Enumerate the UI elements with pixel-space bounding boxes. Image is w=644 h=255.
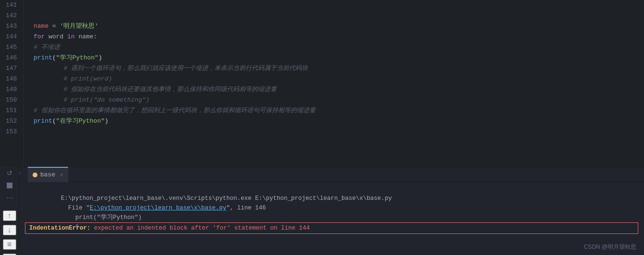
scroll-up-button[interactable]: ↑	[3, 210, 16, 221]
list-button[interactable]: ≡	[3, 239, 16, 250]
tab-label: base	[40, 171, 55, 178]
code-line-141	[34, 0, 634, 11]
stop-icon	[7, 183, 12, 188]
tabs-bar: 运行 base ×	[0, 167, 644, 182]
code-line-144: for word in name:	[34, 32, 634, 42]
output-section: E:\python_project\learn_base\.venv\Scrip…	[19, 182, 644, 255]
code-line-151: # 假如你在循环里面的事情都做完了，想回到上一级代码块，那么你就和循环语句可保持…	[34, 105, 634, 116]
error-type: IndentationError:	[29, 223, 91, 233]
code-line-143: name = '明月望秋思'	[34, 21, 634, 32]
tab-close-icon[interactable]: ×	[60, 172, 63, 178]
code-editor: 141 142 143 144 145 146 147 148 149 150 …	[0, 0, 644, 166]
code-line-153	[34, 127, 634, 137]
error-message: expected an indented block after 'for' s…	[91, 223, 310, 233]
tab-dot-icon	[33, 173, 37, 177]
code-line-146: print("学习Python")	[34, 53, 634, 63]
cmd-output-line: E:\python_project\learn_base\.venv\Scrip…	[25, 184, 638, 194]
file-link[interactable]: E:\python_project\learn_base\x\base.py	[90, 205, 226, 211]
line-numbers: 141 142 143 144 145 146 147 148 149 150 …	[0, 0, 24, 166]
watermark: CSDN @明月望秋思	[584, 243, 636, 251]
cmd-text: E:\python_project\learn_base\.venv\Scrip…	[61, 195, 392, 202]
bottom-panel: 运行 base × ↺ ⋯ ↑ ↓ ≡ ☰ E:\python_project\…	[0, 166, 644, 255]
code-line-148: # print(word)	[34, 74, 634, 84]
code-lines: name = '明月望秋思' for word in name: # 不缩进 p…	[24, 0, 644, 166]
bottom-panel-content: ↺ ⋯ ↑ ↓ ≡ ☰ E:\python_project\learn_base…	[0, 182, 644, 255]
code-line-145: # 不缩进	[34, 42, 634, 53]
file-suffix: ", line 146	[226, 205, 266, 211]
error-output-line: IndentationError: expected an indented b…	[25, 222, 638, 234]
left-sidebar: ↺ ⋯ ↑ ↓ ≡ ☰	[0, 182, 19, 255]
file-prefix: File "	[61, 205, 90, 211]
code-line-142	[34, 11, 634, 21]
scroll-down-button[interactable]: ↓	[3, 225, 16, 235]
print-text: print("学习Python")	[61, 214, 142, 221]
code-line-152: print("在学习Python")	[34, 116, 634, 127]
code-line-149: # 假如你在当前代码块还要做其他事情，那么保持和你同级代码相等的缩进量	[34, 84, 634, 95]
code-line-150: # print("do something")	[34, 95, 634, 105]
more-button[interactable]: ⋯	[4, 193, 15, 203]
base-tab[interactable]: base ×	[28, 167, 68, 182]
output-area: E:\python_project\learn_base\.venv\Scrip…	[19, 182, 644, 255]
code-line-147: # 遇到一个循环语句，那么我们就应该使用一个缩进，来表示当前行代码属于当前代码块	[34, 63, 634, 74]
stop-button[interactable]	[5, 182, 14, 189]
